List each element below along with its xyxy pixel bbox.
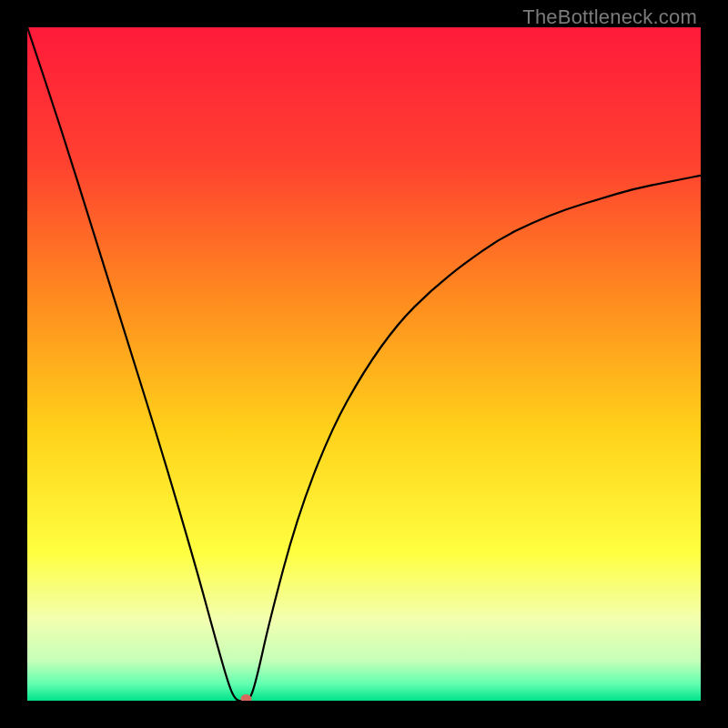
chart-frame [27, 27, 701, 701]
chart-background [27, 27, 701, 701]
bottleneck-curve-chart [27, 27, 701, 701]
watermark-text: TheBottleneck.com [522, 5, 697, 29]
